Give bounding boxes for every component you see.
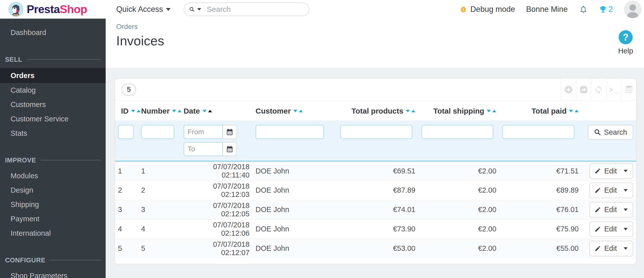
filter-customer-input[interactable] xyxy=(256,125,324,139)
invoice-row[interactable]: 2 2 07/07/2018 02:12:03 DOE John €87.89 … xyxy=(115,181,636,200)
debug-mode-indicator[interactable]: Debug mode xyxy=(459,5,515,14)
sort-arrows-total-paid[interactable] xyxy=(569,110,579,112)
edit-dropdown-caret-icon[interactable] xyxy=(624,247,628,250)
shop-name-link[interactable]: Bonne Mine xyxy=(526,5,568,14)
prestashop-logo[interactable]: PrestaShop xyxy=(0,2,106,17)
sort-arrows-date[interactable] xyxy=(203,110,212,112)
sort-arrows-id[interactable] xyxy=(131,110,141,112)
bell-icon xyxy=(579,5,588,14)
column-header-customer[interactable]: Customer xyxy=(253,101,337,120)
sidebar-item-dashboard[interactable]: Dashboard xyxy=(0,25,106,40)
cell-total-products: €53.00 xyxy=(337,239,418,258)
edit-button[interactable]: Edit xyxy=(589,183,633,198)
column-header-number[interactable]: Number xyxy=(138,101,181,120)
refresh-button[interactable] xyxy=(591,79,606,101)
add-new-button[interactable] xyxy=(561,79,576,101)
cell-date: 07/07/2018 02:12:07 xyxy=(181,239,253,258)
column-header-date[interactable]: Date xyxy=(181,101,253,120)
cell-id: 3 xyxy=(115,200,138,219)
cell-total-products: €73.90 xyxy=(337,219,418,239)
filter-date-to-input[interactable] xyxy=(184,142,223,156)
export-button[interactable] xyxy=(576,79,591,101)
cell-id: 4 xyxy=(115,219,138,239)
sort-asc-icon xyxy=(137,110,141,112)
sidebar-item-modules[interactable]: Modules xyxy=(0,169,106,183)
sort-asc-icon xyxy=(575,110,579,112)
export-icon xyxy=(579,85,588,94)
sidebar-item-customers[interactable]: Customers xyxy=(0,97,106,112)
cell-date: 07/07/2018 02:12:03 xyxy=(181,181,253,200)
cell-customer: DOE John xyxy=(253,239,337,258)
sort-arrows-total-shipping[interactable] xyxy=(487,110,496,112)
edit-button[interactable]: Edit xyxy=(589,241,633,256)
cell-number: 4 xyxy=(138,219,181,239)
edit-dropdown-caret-icon[interactable] xyxy=(624,208,628,211)
column-header-total-shipping[interactable]: Total shipping xyxy=(418,101,499,120)
global-search-input[interactable] xyxy=(207,5,304,14)
invoice-row[interactable]: 1 1 07/07/2018 02:11:40 DOE John €69.51 … xyxy=(115,161,636,181)
date-from-calendar-button[interactable] xyxy=(223,125,237,139)
quick-access-dropdown[interactable]: Quick Access xyxy=(116,5,171,14)
sidebar-item-stats[interactable]: Stats xyxy=(0,126,106,141)
user-avatar[interactable] xyxy=(624,1,641,18)
edit-dropdown-caret-icon[interactable] xyxy=(624,228,628,230)
sidebar-item-international[interactable]: International xyxy=(0,226,106,240)
help-button[interactable]: ? Help xyxy=(612,30,639,55)
search-scope-caret-icon[interactable] xyxy=(197,8,201,11)
edit-dropdown-caret-icon[interactable] xyxy=(624,189,628,192)
sidebar-item-customer-service[interactable]: Customer Service xyxy=(0,112,106,126)
cell-total-products: €69.51 xyxy=(337,161,418,181)
cell-number: 5 xyxy=(138,239,181,258)
search-button[interactable]: Search xyxy=(588,125,633,140)
sql-manager-button[interactable] xyxy=(621,79,636,101)
cell-number: 3 xyxy=(138,200,181,219)
panel-header: 5 >_ xyxy=(115,79,636,101)
edit-dropdown-caret-icon[interactable] xyxy=(624,170,628,172)
sidebar-item-orders[interactable]: Orders xyxy=(0,68,106,83)
filter-total-paid-input[interactable] xyxy=(502,125,574,139)
sidebar-item-design[interactable]: Design xyxy=(0,183,106,197)
edit-button[interactable]: Edit xyxy=(589,202,633,218)
show-sql-query-button[interactable]: >_ xyxy=(606,79,621,101)
content-body: 5 >_ xyxy=(106,68,644,278)
invoice-row[interactable]: 4 4 07/07/2018 02:12:06 DOE John €73.90 … xyxy=(115,219,636,239)
sort-arrows-customer[interactable] xyxy=(293,110,303,112)
edit-button[interactable]: Edit xyxy=(589,221,633,237)
cell-number: 1 xyxy=(138,161,181,181)
breadcrumb[interactable]: Orders xyxy=(116,19,644,31)
date-to-calendar-button[interactable] xyxy=(223,142,237,156)
topbar-right-group: Debug mode Bonne Mine 2 xyxy=(459,1,644,18)
sidebar-section-improve: IMPROVE xyxy=(0,155,106,166)
filter-total-products-input[interactable] xyxy=(340,125,412,139)
sidebar-item-payment[interactable]: Payment xyxy=(0,212,106,226)
prestashop-admin-screen: PrestaShop Quick Access Debug mode Bonne… xyxy=(0,0,644,278)
filter-date-from-input[interactable] xyxy=(184,125,223,139)
invoice-row[interactable]: 3 3 07/07/2018 02:12:05 DOE John €74.01 … xyxy=(115,200,636,219)
sidebar-item-shop-parameters[interactable]: Shop Parameters xyxy=(0,269,106,278)
column-header-total-paid[interactable]: Total paid xyxy=(499,101,582,120)
cell-customer: DOE John xyxy=(253,200,337,219)
global-search-bar[interactable] xyxy=(184,3,309,16)
sort-arrows-number[interactable] xyxy=(172,110,182,112)
column-header-actions xyxy=(582,101,636,120)
filter-number-input[interactable] xyxy=(141,125,174,139)
filter-id-input[interactable] xyxy=(118,125,134,139)
cell-total-shipping: €2.00 xyxy=(418,219,499,239)
filter-total-shipping-input[interactable] xyxy=(421,125,493,139)
notifications-button[interactable] xyxy=(579,5,588,14)
sidebar-item-catalog[interactable]: Catalog xyxy=(0,83,106,97)
trophy-icon xyxy=(599,5,607,13)
prestashop-bird-icon xyxy=(8,2,24,17)
column-header-total-products[interactable]: Total products xyxy=(337,101,418,120)
sidebar-item-shipping[interactable]: Shipping xyxy=(0,197,106,212)
column-header-id[interactable]: ID xyxy=(115,101,138,120)
edit-button[interactable]: Edit xyxy=(589,163,633,179)
sort-arrows-total-products[interactable] xyxy=(406,110,415,112)
achievements-button[interactable]: 2 xyxy=(599,5,613,14)
invoice-row[interactable]: 5 5 07/07/2018 02:12:07 DOE John €53.00 … xyxy=(115,239,636,258)
pencil-icon xyxy=(594,187,601,194)
sort-desc-icon xyxy=(203,110,207,112)
sort-asc-icon xyxy=(178,110,182,112)
calendar-icon xyxy=(226,145,233,153)
help-icon: ? xyxy=(619,30,633,44)
